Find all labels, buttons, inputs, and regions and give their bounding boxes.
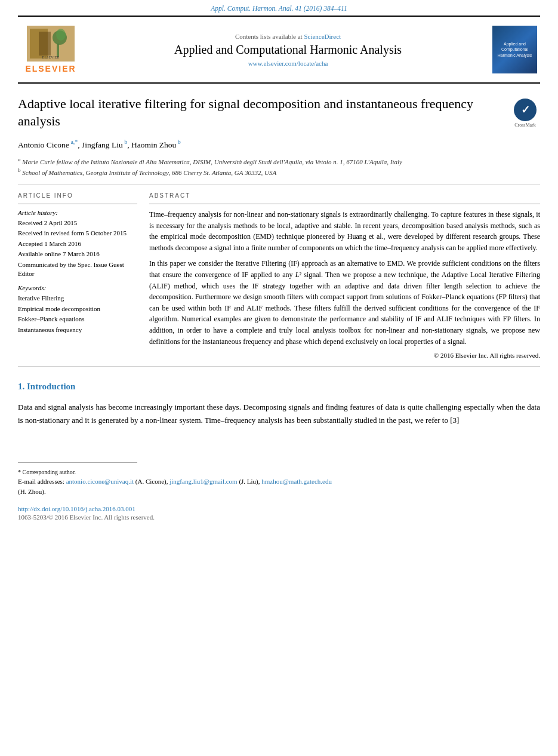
copyright: © 2016 Elsevier Inc. All rights reserved… bbox=[149, 352, 540, 359]
abstract-paragraph-2: In this paper we consider the Iterative … bbox=[149, 258, 540, 347]
keyword-3: Fokker–Planck equations bbox=[18, 315, 137, 324]
intro-text: Data and signal analysis has become incr… bbox=[18, 401, 540, 426]
journal-cover-image: Applied and Computational Harmonic Analy… bbox=[492, 26, 537, 73]
author3: Haomin Zhou bbox=[131, 140, 176, 149]
article-info-divider bbox=[18, 204, 137, 204]
header-divider bbox=[18, 185, 540, 185]
paper-body: Adaptive local iterative filtering for s… bbox=[18, 84, 540, 521]
body-divider bbox=[18, 366, 540, 367]
paper-title-section: Adaptive local iterative filtering for s… bbox=[18, 96, 540, 130]
article-info: ARTICLE INFO Article history: Received 2… bbox=[18, 192, 137, 359]
doi-link[interactable]: http://dx.doi.org/10.1016/j.acha.2016.03… bbox=[18, 505, 135, 512]
svg-point-5 bbox=[56, 29, 66, 41]
footnote-divider bbox=[18, 462, 137, 463]
issn-line: 1063-5203/© 2016 Elsevier Inc. All right… bbox=[18, 514, 540, 521]
email1-link[interactable]: antonio.cicone@univaq.it bbox=[66, 478, 134, 485]
affiliation-a: a Marie Curie fellow of the Istituto Naz… bbox=[18, 156, 540, 167]
svg-rect-2 bbox=[39, 32, 51, 56]
two-column-layout: ARTICLE INFO Article history: Received 2… bbox=[18, 192, 540, 359]
email3-link[interactable]: hmzhou@math.gatech.edu bbox=[261, 478, 332, 485]
history-item-2: Received in revised form 5 October 2015 bbox=[18, 229, 137, 238]
journal-url[interactable]: www.elsevier.com/locate/acha bbox=[84, 60, 492, 67]
article-info-title: ARTICLE INFO bbox=[18, 192, 137, 199]
email2-link[interactable]: jingfang.liu1@gmail.com bbox=[169, 478, 237, 485]
introduction-section: 1. Introduction Data and signal analysis… bbox=[18, 382, 540, 426]
sciencedirect-link[interactable]: ScienceDirect bbox=[304, 33, 341, 40]
authors: Antonio Cicone a,*, Jingfang Liu b, Haom… bbox=[18, 139, 540, 150]
elsevier-logo: ELSEVIER ELSEVIER bbox=[18, 23, 84, 76]
email-line: E-mail addresses: antonio.cicone@univaq.… bbox=[18, 477, 540, 487]
affiliations: a Marie Curie fellow of the Istituto Naz… bbox=[18, 156, 540, 177]
keyword-2: Empirical mode decomposition bbox=[18, 305, 137, 314]
history-item-5: Communicated by the Spec. Issue Guest Ed… bbox=[18, 260, 137, 279]
journal-cover: Applied and Computational Harmonic Analy… bbox=[492, 26, 540, 73]
email3-name: (H. Zhou). bbox=[18, 487, 540, 497]
history-item-1: Received 2 April 2015 bbox=[18, 219, 137, 228]
history-item-3: Accepted 1 March 2016 bbox=[18, 239, 137, 248]
corresponding-author-note: * Corresponding author. bbox=[18, 468, 540, 477]
abstract-section: ABSTRACT Time–frequency analysis for non… bbox=[149, 192, 540, 359]
article-history-title: Article history: bbox=[18, 209, 137, 216]
svg-rect-4 bbox=[57, 44, 59, 57]
abstract-title: ABSTRACT bbox=[149, 192, 540, 199]
keywords-title: Keywords: bbox=[18, 284, 137, 291]
paper-title: Adaptive local iterative filtering for s… bbox=[18, 96, 504, 130]
citation-text: Appl. Comput. Harmon. Anal. 41 (2016) 38… bbox=[211, 5, 347, 12]
history-item-4: Available online 7 March 2016 bbox=[18, 250, 137, 259]
author2: Jingfang Liu bbox=[82, 140, 123, 149]
crossmark-label: CrossMark bbox=[514, 122, 536, 128]
journal-main-title: Applied and Computational Harmonic Analy… bbox=[84, 43, 492, 57]
elsevier-text: ELSEVIER bbox=[25, 64, 76, 73]
footnotes: * Corresponding author. E-mail addresses… bbox=[18, 468, 540, 496]
crossmark[interactable]: ✓ CrossMark bbox=[510, 99, 540, 128]
keyword-4: Instantaneous frequency bbox=[18, 325, 137, 334]
crossmark-icon: ✓ bbox=[514, 99, 537, 121]
journal-title-center: Contents lists available at ScienceDirec… bbox=[84, 33, 492, 67]
journal-header: ELSEVIER ELSEVIER Contents lists availab… bbox=[18, 16, 540, 84]
intro-title: 1. Introduction bbox=[18, 382, 540, 392]
svg-text:ELSEVIER: ELSEVIER bbox=[42, 56, 59, 59]
keyword-1: Iterative Filtering bbox=[18, 294, 137, 303]
affiliation-b: b School of Mathematics, Georgia Institu… bbox=[18, 167, 540, 177]
footnote-area: * Corresponding author. E-mail addresses… bbox=[18, 462, 540, 521]
abstract-text: Time–frequency analysis for non-linear a… bbox=[149, 209, 540, 347]
top-citation: Appl. Comput. Harmon. Anal. 41 (2016) 38… bbox=[0, 0, 558, 16]
author1: Antonio Cicone bbox=[18, 140, 69, 149]
doi-section: http://dx.doi.org/10.1016/j.acha.2016.03… bbox=[18, 505, 540, 521]
contents-available: Contents lists available at ScienceDirec… bbox=[84, 33, 492, 40]
abstract-paragraph-1: Time–frequency analysis for non-linear a… bbox=[149, 209, 540, 253]
abstract-divider bbox=[149, 204, 540, 204]
elsevier-logo-image: ELSEVIER bbox=[27, 26, 75, 62]
